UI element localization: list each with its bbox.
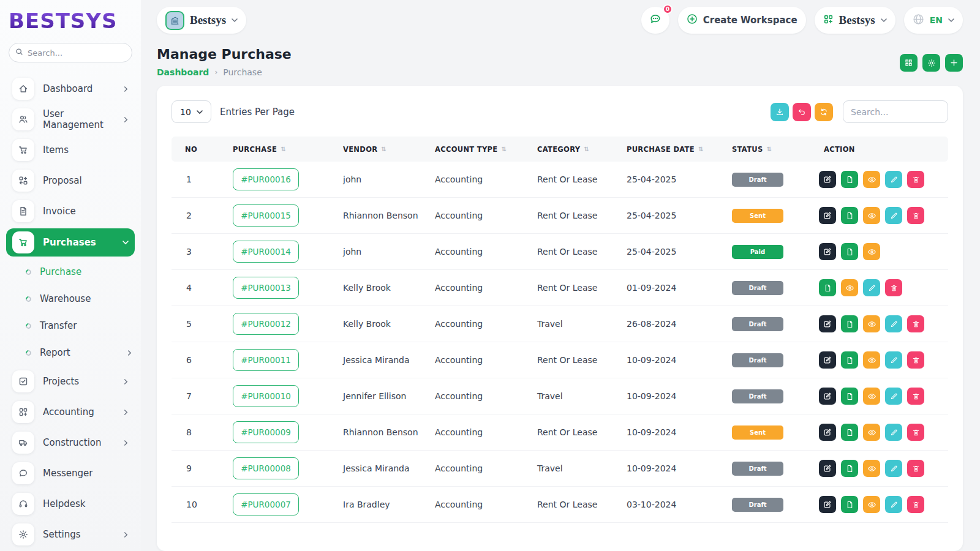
column-header-account-type[interactable]: ACCOUNT TYPE⇅: [423, 145, 525, 154]
delete-action-button[interactable]: [907, 207, 924, 224]
document-action-button[interactable]: [841, 496, 858, 513]
settings-button[interactable]: [922, 54, 940, 72]
pencil-action-button[interactable]: [885, 424, 902, 441]
sidebar-item-invoice[interactable]: Invoice: [9, 196, 132, 227]
view-action-button[interactable]: [863, 424, 880, 441]
sidebar-item-projects[interactable]: Projects: [9, 366, 132, 397]
sidebar-item-purchases[interactable]: Purchases: [6, 228, 135, 257]
column-header-status[interactable]: STATUS⇅: [720, 145, 812, 154]
sidebar-item-messenger[interactable]: Messenger: [9, 458, 132, 489]
delete-action-button[interactable]: [907, 460, 924, 477]
sidebar-item-construction[interactable]: Construction: [9, 427, 132, 458]
sidebar-search[interactable]: Search...: [9, 43, 132, 62]
document-action-button[interactable]: [841, 388, 858, 405]
pencil-action-button[interactable]: [885, 460, 902, 477]
sidebar-subitem-transfer[interactable]: Transfer: [9, 312, 132, 339]
sidebar-item-settings[interactable]: Settings: [9, 519, 132, 550]
purchase-id-badge[interactable]: #PUR00013: [233, 277, 299, 299]
purchase-id-badge[interactable]: #PUR00009: [233, 421, 299, 443]
column-header-purchase[interactable]: PURCHASE⇅: [221, 145, 331, 154]
delete-action-button[interactable]: [907, 351, 924, 369]
view-action-button[interactable]: [863, 315, 880, 332]
download-button[interactable]: [771, 103, 789, 121]
view-action-button[interactable]: [863, 388, 880, 405]
table-search-input[interactable]: [843, 100, 948, 123]
document-action-button[interactable]: [841, 243, 858, 260]
view-action-button[interactable]: [863, 496, 880, 513]
sidebar-item-helpdesk[interactable]: Helpdesk: [9, 489, 132, 519]
sidebar-item-dashboard[interactable]: Dashboard: [9, 73, 132, 104]
pencil-action-button[interactable]: [885, 315, 902, 332]
grid-view-button[interactable]: [900, 54, 918, 72]
edit-action-button[interactable]: [819, 424, 836, 441]
add-purchase-button[interactable]: [945, 54, 963, 72]
delete-action-button[interactable]: [907, 315, 924, 332]
column-header-category[interactable]: CATEGORY⇅: [525, 145, 614, 154]
sidebar-subitem-purchase[interactable]: Purchase: [9, 258, 132, 285]
edit-action-button[interactable]: [819, 351, 836, 369]
document-action-button[interactable]: [819, 279, 836, 296]
edit-action-button[interactable]: [819, 243, 836, 260]
edit-action-button[interactable]: [819, 496, 836, 513]
view-action-button[interactable]: [863, 243, 880, 260]
sort-icon[interactable]: ⇅: [381, 146, 386, 152]
document-action-button[interactable]: [841, 171, 858, 188]
sort-icon[interactable]: ⇅: [767, 146, 772, 152]
edit-action-button[interactable]: [819, 315, 836, 332]
delete-action-button[interactable]: [885, 279, 902, 296]
pencil-action-button[interactable]: [885, 207, 902, 224]
undo-button[interactable]: [793, 103, 811, 121]
sort-icon[interactable]: ⇅: [501, 146, 507, 152]
refresh-button[interactable]: [815, 103, 833, 121]
purchase-id-badge[interactable]: #PUR00011: [233, 349, 299, 371]
create-workspace-button[interactable]: Create Workspace: [678, 7, 806, 34]
purchase-id-badge[interactable]: #PUR00015: [233, 204, 299, 227]
entries-per-page-select[interactable]: 10: [172, 100, 211, 123]
purchase-id-badge[interactable]: #PUR00012: [233, 313, 299, 335]
view-action-button[interactable]: [863, 207, 880, 224]
sidebar-item-accounting[interactable]: Accounting: [9, 397, 132, 427]
view-action-button[interactable]: [863, 460, 880, 477]
delete-action-button[interactable]: [907, 388, 924, 405]
pencil-action-button[interactable]: [863, 279, 880, 296]
view-action-button[interactable]: [863, 351, 880, 369]
edit-action-button[interactable]: [819, 171, 836, 188]
sort-icon[interactable]: ⇅: [698, 146, 704, 152]
view-action-button[interactable]: [863, 171, 880, 188]
edit-action-button[interactable]: [819, 388, 836, 405]
purchase-id-badge[interactable]: #PUR00014: [233, 241, 299, 263]
edit-action-button[interactable]: [819, 207, 836, 224]
sort-icon[interactable]: ⇅: [281, 146, 286, 152]
sidebar-subitem-report[interactable]: Report: [9, 339, 132, 366]
sidebar-item-proposal[interactable]: Proposal: [9, 165, 132, 196]
pencil-action-button[interactable]: [885, 351, 902, 369]
delete-action-button[interactable]: [907, 424, 924, 441]
delete-action-button[interactable]: [907, 496, 924, 513]
pencil-action-button[interactable]: [885, 496, 902, 513]
sidebar-item-items[interactable]: Items: [9, 135, 132, 165]
company-dropdown[interactable]: Bestsys: [815, 7, 895, 34]
document-action-button[interactable]: [841, 315, 858, 332]
sort-icon[interactable]: ⇅: [584, 146, 589, 152]
sidebar-subitem-warehouse[interactable]: Warehouse: [9, 285, 132, 312]
purchase-id-badge[interactable]: #PUR00010: [233, 385, 299, 407]
edit-action-button[interactable]: [819, 460, 836, 477]
pencil-action-button[interactable]: [885, 388, 902, 405]
document-action-button[interactable]: [841, 460, 858, 477]
purchase-id-badge[interactable]: #PUR00016: [233, 168, 299, 190]
breadcrumb-dashboard[interactable]: Dashboard: [157, 67, 209, 77]
document-action-button[interactable]: [841, 424, 858, 441]
sidebar-item-user-management[interactable]: User Management: [9, 104, 132, 135]
document-action-button[interactable]: [841, 207, 858, 224]
purchase-id-badge[interactable]: #PUR00007: [233, 493, 299, 515]
document-action-button[interactable]: [841, 351, 858, 369]
delete-action-button[interactable]: [907, 171, 924, 188]
language-selector[interactable]: EN: [904, 7, 963, 34]
pencil-action-button[interactable]: [885, 171, 902, 188]
chat-button[interactable]: 0: [641, 7, 669, 34]
view-action-button[interactable]: [841, 279, 858, 296]
purchase-id-badge[interactable]: #PUR00008: [233, 457, 299, 479]
column-header-vendor[interactable]: VENDOR⇅: [331, 145, 423, 154]
column-header-purchase-date[interactable]: PURCHASE DATE⇅: [614, 145, 720, 154]
workspace-selector[interactable]: Bestsys: [157, 7, 246, 34]
